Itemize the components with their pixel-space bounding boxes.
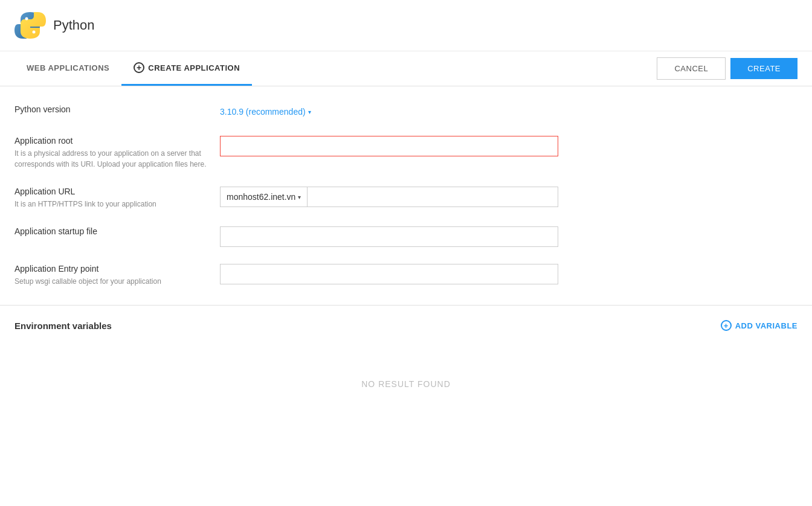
app-root-input[interactable] [220, 136, 558, 156]
add-variable-button[interactable]: + ADD VARIABLE [721, 320, 798, 331]
create-button[interactable]: CREATE [730, 58, 798, 79]
url-input-wrapper: monhost62.inet.vn ▾ [220, 187, 558, 207]
app-root-hint: It is a physical address to your applica… [14, 148, 208, 170]
env-variables-section: Environment variables + ADD VARIABLE NO … [0, 306, 812, 452]
no-result-message: NO RESULT FOUND [14, 343, 798, 437]
url-prefix-dropdown[interactable]: monhost62.inet.vn ▾ [221, 187, 308, 207]
svg-point-0 [25, 18, 28, 21]
nav-bar: WEB APPLICATIONS + CREATE APPLICATION CA… [0, 51, 812, 86]
app-entry-row: Application Entry point Setup wsgi calla… [14, 264, 798, 287]
app-startup-label-col: Application startup file [14, 226, 220, 239]
python-version-select[interactable]: 3.10.9 (recommended) ▾ [220, 104, 311, 119]
tab-web-applications[interactable]: WEB APPLICATIONS [14, 53, 121, 85]
app-url-label: Application URL [14, 187, 208, 196]
chevron-down-icon: ▾ [308, 109, 311, 115]
app-startup-input[interactable] [220, 226, 558, 247]
app-root-control [220, 136, 798, 156]
add-plus-icon: + [721, 320, 732, 331]
add-variable-label: ADD VARIABLE [735, 321, 798, 330]
app-entry-label: Application Entry point [14, 264, 208, 274]
app-startup-row: Application startup file [14, 226, 798, 247]
app-entry-input[interactable] [220, 264, 558, 284]
app-entry-hint: Setup wsgi callable object for your appl… [14, 276, 208, 287]
python-version-value: 3.10.9 (recommended) [220, 107, 306, 117]
url-prefix-value: monhost62.inet.vn [227, 192, 295, 202]
app-root-label-col: Application root It is a physical addres… [14, 136, 220, 170]
app-url-control: monhost62.inet.vn ▾ [220, 187, 798, 207]
form-content: Python version 3.10.9 (recommended) ▾ Ap… [0, 86, 812, 306]
app-startup-label: Application startup file [14, 226, 208, 236]
env-title: Environment variables [14, 321, 112, 331]
app-entry-label-col: Application Entry point Setup wsgi calla… [14, 264, 220, 287]
svg-point-1 [33, 31, 36, 34]
plus-circle-icon: + [134, 62, 144, 73]
app-root-label: Application root [14, 136, 208, 146]
app-entry-control [220, 264, 798, 284]
python-version-label-col: Python version [14, 104, 220, 117]
env-header: Environment variables + ADD VARIABLE [14, 320, 798, 331]
app-title: Python [53, 18, 95, 33]
url-suffix-input[interactable] [308, 187, 558, 207]
app-header: Python [0, 0, 812, 51]
app-url-label-col: Application URL It is an HTTP/HTTPS link… [14, 187, 220, 210]
nav-tabs: WEB APPLICATIONS + CREATE APPLICATION [14, 51, 252, 86]
nav-actions: CANCEL CREATE [657, 57, 798, 80]
python-version-row: Python version 3.10.9 (recommended) ▾ [14, 104, 798, 119]
url-prefix-chevron-icon: ▾ [298, 194, 301, 200]
app-startup-control [220, 226, 798, 247]
python-version-label: Python version [14, 104, 208, 114]
cancel-button[interactable]: CANCEL [657, 57, 726, 80]
create-tab-label: CREATE APPLICATION [148, 63, 240, 72]
python-logo [14, 10, 46, 41]
python-version-control: 3.10.9 (recommended) ▾ [220, 104, 798, 119]
app-url-hint: It is an HTTP/HTTPS link to your applica… [14, 199, 208, 210]
tab-create-application[interactable]: + CREATE APPLICATION [121, 51, 252, 86]
app-url-row: Application URL It is an HTTP/HTTPS link… [14, 187, 798, 210]
app-root-row: Application root It is a physical addres… [14, 136, 798, 170]
